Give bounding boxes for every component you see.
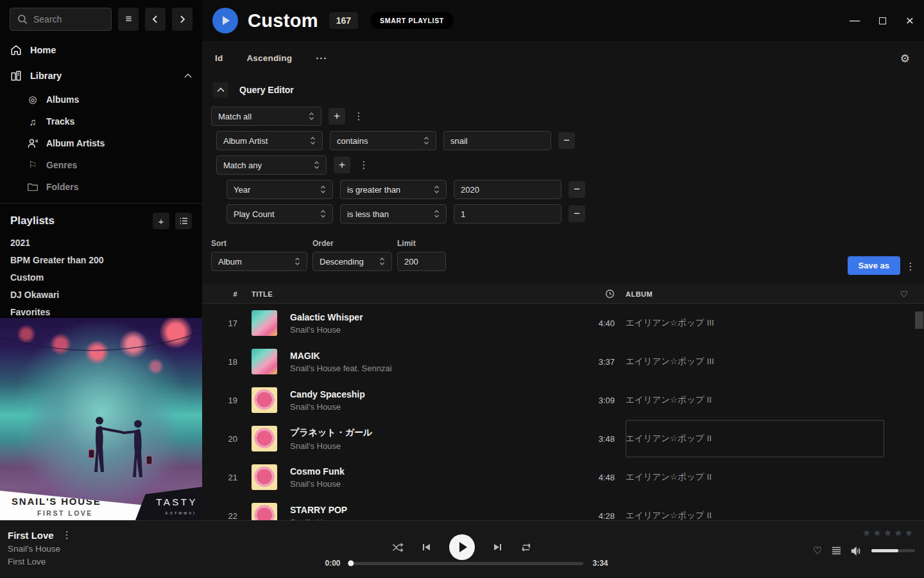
add-playlist-button[interactable]: + xyxy=(153,213,169,229)
menu-button[interactable]: ≡ xyxy=(118,8,139,31)
limit-label: Limit xyxy=(397,239,446,248)
track-album-focused-cell[interactable]: エイリアン☆ポップ II xyxy=(615,420,884,457)
remove-rule-button[interactable]: − xyxy=(569,206,585,222)
column-header-duration[interactable] xyxy=(576,289,615,299)
plus-icon: + xyxy=(334,110,340,123)
track-artist[interactable]: Snail's House feat. Sennzai xyxy=(290,363,392,373)
playlist-item[interactable]: DJ Okawari xyxy=(0,286,202,304)
add-rule-button[interactable]: + xyxy=(329,108,345,125)
collapse-query-editor-button[interactable] xyxy=(213,82,228,98)
star-icon[interactable]: ★ xyxy=(884,527,894,538)
now-playing-album-art[interactable]: SNAIL'S HOUSE FIRST LOVE TASTY ESTMMXI xyxy=(0,318,202,520)
volume-slider[interactable] xyxy=(871,549,915,552)
query-order-select[interactable]: Descending xyxy=(312,252,392,271)
volume-button[interactable] xyxy=(851,547,862,556)
minimize-button[interactable]: — xyxy=(850,15,860,26)
playlist-item[interactable]: Custom xyxy=(0,269,202,286)
rule-operator-select[interactable]: is less than xyxy=(340,204,447,223)
column-header-number[interactable]: # xyxy=(202,290,237,298)
group-options-button[interactable]: ⋮ xyxy=(352,110,365,122)
shuffle-icon xyxy=(392,543,404,552)
gear-icon[interactable]: ⚙ xyxy=(900,52,910,66)
save-as-button[interactable]: Save as xyxy=(848,256,900,275)
sort-order-control[interactable]: Ascending xyxy=(246,53,292,63)
match-type-select[interactable]: Match all xyxy=(211,107,321,126)
save-options-button[interactable]: ⋮ xyxy=(904,261,917,272)
favorite-button[interactable]: ♡ xyxy=(813,545,822,557)
column-header-favorite[interactable]: ♡ xyxy=(884,289,924,299)
rule-field-select[interactable]: Play Count xyxy=(227,204,333,223)
match-type-select[interactable]: Match any xyxy=(216,155,327,175)
now-playing-options-button[interactable]: ⋮ xyxy=(62,529,72,541)
sidebar-item-genres[interactable]: ⚐ Genres xyxy=(0,154,202,176)
track-artist[interactable]: Snail's House xyxy=(290,325,363,335)
table-row[interactable]: 20 プラネット・ガールSnail's House 3:48 エイリアン☆ポップ… xyxy=(202,419,924,458)
sidebar-item-album-artists[interactable]: Album Artists xyxy=(0,132,202,154)
limit-input[interactable] xyxy=(397,252,446,271)
star-icon[interactable]: ★ xyxy=(905,527,915,538)
search-box[interactable] xyxy=(10,8,112,31)
queue-button[interactable] xyxy=(832,547,841,555)
column-header-title[interactable]: TITLE xyxy=(237,290,576,298)
rule-value-input[interactable] xyxy=(443,131,551,150)
track-artist[interactable]: Snail's House xyxy=(290,479,345,489)
rule-field-select[interactable]: Year xyxy=(227,180,333,199)
previous-button[interactable] xyxy=(420,541,433,554)
rating-stars[interactable]: ★★★★★ xyxy=(812,527,915,539)
app-window: ≡ Home Library ◎ Albums ♫ Tracks Album A… xyxy=(0,0,924,578)
play-pause-button[interactable] xyxy=(449,534,475,560)
remove-rule-button[interactable]: − xyxy=(558,132,575,149)
scrollbar-thumb[interactable] xyxy=(915,311,923,329)
playlist-item[interactable]: BPM Greater than 200 xyxy=(0,252,202,269)
search-input[interactable] xyxy=(33,14,104,24)
rule-value-input[interactable] xyxy=(454,180,561,199)
forward-button[interactable] xyxy=(172,8,193,31)
sidebar-item-folders[interactable]: Folders xyxy=(0,176,202,198)
column-header-album[interactable]: ALBUM xyxy=(615,290,884,298)
track-album[interactable]: エイリアン☆ポップ III xyxy=(615,317,884,329)
query-sort-select[interactable]: Album xyxy=(211,252,307,271)
sidebar-item-albums[interactable]: ◎ Albums xyxy=(0,89,202,110)
sidebar-item-home[interactable]: Home xyxy=(0,37,202,63)
now-playing-album[interactable]: First Love xyxy=(8,557,72,566)
chevron-up-icon[interactable] xyxy=(184,73,192,78)
track-album[interactable]: エイリアン☆ポップ II xyxy=(615,471,884,483)
close-button[interactable]: × xyxy=(905,15,915,26)
next-button[interactable] xyxy=(491,541,504,554)
group-options-button[interactable]: ⋮ xyxy=(357,159,370,171)
seek-knob[interactable] xyxy=(348,561,354,566)
rule-operator-select[interactable]: contains xyxy=(330,131,436,150)
star-icon[interactable]: ★ xyxy=(894,527,904,538)
now-playing-title[interactable]: First Love xyxy=(8,530,54,541)
more-options-button[interactable]: ··· xyxy=(316,53,327,64)
add-rule-button[interactable]: + xyxy=(334,157,350,173)
playlist-item[interactable]: 2021 xyxy=(0,234,202,252)
now-playing-artist[interactable]: Snail's House xyxy=(8,544,72,554)
kebab-icon: ⋮ xyxy=(906,261,916,272)
track-artist[interactable]: Snail's House xyxy=(290,441,372,451)
repeat-button[interactable] xyxy=(520,541,533,554)
back-button[interactable] xyxy=(145,8,166,31)
track-album[interactable]: エイリアン☆ポップ III xyxy=(615,356,884,367)
sidebar-item-tracks[interactable]: ♫ Tracks xyxy=(0,110,202,132)
remove-rule-button[interactable]: − xyxy=(569,181,585,198)
track-album[interactable]: エイリアン☆ポップ II xyxy=(615,394,884,406)
next-icon xyxy=(493,543,502,552)
track-artist[interactable]: Snail's House xyxy=(290,402,365,412)
rule-value-input[interactable] xyxy=(454,204,561,223)
rule-field-select[interactable]: Album Artist xyxy=(216,131,323,150)
sidebar-item-library[interactable]: Library xyxy=(0,63,202,89)
play-playlist-button[interactable] xyxy=(212,8,238,33)
rule-operator-select[interactable]: is greater than xyxy=(340,180,447,199)
seek-bar[interactable] xyxy=(350,562,584,565)
playlist-list-button[interactable] xyxy=(175,213,192,229)
table-row[interactable]: 19 Candy SpaceshipSnail's House 3:09 エイリ… xyxy=(202,381,924,419)
table-row[interactable]: 17 Galactic WhisperSnail's House 4:40 エイ… xyxy=(202,304,924,342)
sort-field-control[interactable]: Id xyxy=(215,53,223,63)
star-icon[interactable]: ★ xyxy=(873,527,883,538)
maximize-button[interactable] xyxy=(877,15,887,26)
star-icon[interactable]: ★ xyxy=(862,527,873,538)
shuffle-button[interactable] xyxy=(391,541,404,554)
table-row[interactable]: 21 Cosmo FunkSnail's House 4:48 エイリアン☆ポッ… xyxy=(202,458,924,496)
table-row[interactable]: 18 MAGIKSnail's House feat. Sennzai 3:37… xyxy=(202,342,924,381)
